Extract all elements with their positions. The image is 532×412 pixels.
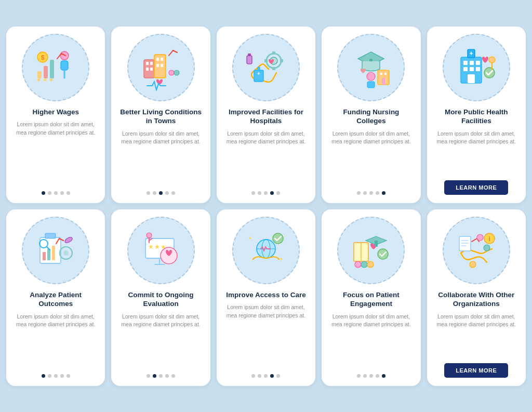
svg-rect-49 bbox=[468, 74, 475, 83]
card-improved-facilities: + Improved Facilities for Hospitals Lore… bbox=[217, 26, 315, 203]
svg-rect-44 bbox=[470, 61, 474, 65]
better-living-dots bbox=[147, 191, 175, 195]
dot[interactable] bbox=[147, 374, 150, 378]
improve-access-title: Improve Access to Care bbox=[226, 290, 305, 300]
dot[interactable] bbox=[159, 191, 163, 195]
dot[interactable] bbox=[66, 191, 70, 195]
svg-rect-16 bbox=[161, 58, 163, 61]
more-public-health-title: More Public Health Facilities bbox=[434, 108, 518, 126]
svg-point-20 bbox=[174, 70, 179, 75]
commit-evaluation-title: Commit to Ongoing Evaluation bbox=[118, 290, 203, 309]
card-more-public-health: + More Public Health Facilities Lorem ip… bbox=[427, 26, 526, 203]
dot[interactable] bbox=[42, 374, 45, 378]
dot[interactable] bbox=[153, 191, 156, 195]
dot[interactable] bbox=[171, 191, 175, 195]
svg-rect-39 bbox=[382, 78, 385, 85]
card-higher-wages: $ ★ ★ ★ Higher Wages Lorem ipsum dolor s… bbox=[6, 26, 105, 203]
svg-rect-56 bbox=[47, 249, 50, 260]
commit-evaluation-icon: ★ ★ ★ bbox=[127, 217, 195, 284]
patient-engagement-body: Lorem ipsum dolor sit dim amet, mea regi… bbox=[329, 313, 413, 368]
dot[interactable] bbox=[60, 191, 64, 195]
svg-text:+: + bbox=[257, 71, 260, 76]
dot[interactable] bbox=[147, 191, 150, 195]
dot[interactable] bbox=[270, 191, 274, 195]
analyze-patient-body: Lorem ipsum dolor sit dim amet, mea regi… bbox=[14, 313, 98, 368]
svg-rect-57 bbox=[52, 246, 55, 260]
dot[interactable] bbox=[376, 191, 379, 195]
dot[interactable] bbox=[165, 374, 169, 378]
svg-rect-17 bbox=[156, 64, 159, 67]
dot[interactable] bbox=[376, 374, 379, 378]
dot[interactable] bbox=[54, 191, 58, 195]
svg-rect-12 bbox=[146, 68, 149, 71]
dot[interactable] bbox=[270, 374, 274, 378]
svg-rect-46 bbox=[463, 67, 468, 71]
dot[interactable] bbox=[153, 374, 156, 378]
improve-access-dots bbox=[251, 374, 280, 378]
svg-text:★ ★ ★: ★ ★ ★ bbox=[36, 77, 54, 83]
svg-rect-45 bbox=[476, 61, 480, 65]
svg-point-94 bbox=[484, 245, 490, 251]
svg-point-70 bbox=[147, 233, 152, 238]
dot[interactable] bbox=[276, 191, 280, 195]
dot[interactable] bbox=[258, 374, 261, 378]
svg-text:★: ★ bbox=[154, 243, 160, 250]
patient-engagement-dots bbox=[357, 374, 385, 378]
card-commit-evaluation: ★ ★ ★ Commit to Ongoing Evaluation Lorem… bbox=[111, 209, 210, 386]
svg-rect-55 bbox=[43, 252, 46, 260]
svg-rect-26 bbox=[280, 59, 283, 62]
svg-point-85 bbox=[361, 261, 367, 268]
dot[interactable] bbox=[357, 191, 361, 195]
svg-rect-31 bbox=[248, 54, 251, 56]
svg-text:✦: ✦ bbox=[248, 235, 252, 241]
dot[interactable] bbox=[264, 191, 268, 195]
improve-access-body: Lorem ipsum dolor sit dim amet, mea regi… bbox=[224, 303, 308, 367]
learn-more-button-2[interactable]: LEARN MORE bbox=[444, 363, 508, 378]
dot[interactable] bbox=[251, 191, 255, 195]
patient-engagement-title: Focus on Patient Engagement bbox=[329, 290, 413, 309]
dot[interactable] bbox=[382, 191, 385, 195]
svg-point-59 bbox=[63, 250, 69, 256]
svg-point-62 bbox=[64, 236, 73, 244]
dot[interactable] bbox=[171, 374, 175, 378]
dot[interactable] bbox=[258, 191, 261, 195]
dot[interactable] bbox=[264, 374, 268, 378]
svg-point-84 bbox=[355, 261, 361, 268]
dot[interactable] bbox=[165, 191, 169, 195]
higher-wages-icon: $ ★ ★ ★ bbox=[22, 34, 89, 101]
commit-evaluation-dots bbox=[147, 374, 175, 378]
svg-rect-24 bbox=[272, 67, 275, 70]
dot[interactable] bbox=[48, 374, 51, 378]
commit-evaluation-body: Lorem ipsum dolor sit dim amet, mea regi… bbox=[118, 313, 203, 368]
dot[interactable] bbox=[48, 191, 51, 195]
better-living-title: Better Living Conditions in Towns bbox=[118, 108, 203, 126]
svg-text:✦: ✦ bbox=[279, 256, 283, 262]
svg-rect-1 bbox=[61, 61, 68, 70]
collaborate-icon: i bbox=[443, 217, 510, 284]
svg-rect-38 bbox=[384, 73, 387, 75]
dot[interactable] bbox=[363, 191, 367, 195]
dot[interactable] bbox=[382, 374, 385, 378]
dot[interactable] bbox=[369, 191, 373, 195]
svg-rect-82 bbox=[375, 241, 378, 247]
analyze-patient-title: Analyze Patient Outcomes bbox=[14, 290, 98, 309]
svg-point-95 bbox=[470, 261, 476, 268]
svg-rect-15 bbox=[156, 58, 159, 61]
improved-facilities-dots bbox=[251, 191, 280, 195]
svg-text:$: $ bbox=[41, 54, 45, 61]
card-improve-access: ✦ ✦ Improve Access to Care Lorem ipsum d… bbox=[217, 209, 315, 386]
dot[interactable] bbox=[276, 374, 280, 378]
dot[interactable] bbox=[357, 374, 361, 378]
dot[interactable] bbox=[251, 374, 255, 378]
learn-more-button-1[interactable]: LEARN MORE bbox=[444, 180, 508, 195]
svg-point-86 bbox=[367, 261, 374, 268]
svg-rect-11 bbox=[150, 62, 153, 65]
dot[interactable] bbox=[363, 374, 367, 378]
dot[interactable] bbox=[60, 374, 64, 378]
dot[interactable] bbox=[159, 374, 163, 378]
dot[interactable] bbox=[369, 374, 373, 378]
dot[interactable] bbox=[54, 374, 58, 378]
dot[interactable] bbox=[42, 191, 45, 195]
improved-facilities-body: Lorem ipsum dolor sit dim amet, mea regi… bbox=[224, 130, 308, 185]
dot[interactable] bbox=[66, 374, 70, 378]
